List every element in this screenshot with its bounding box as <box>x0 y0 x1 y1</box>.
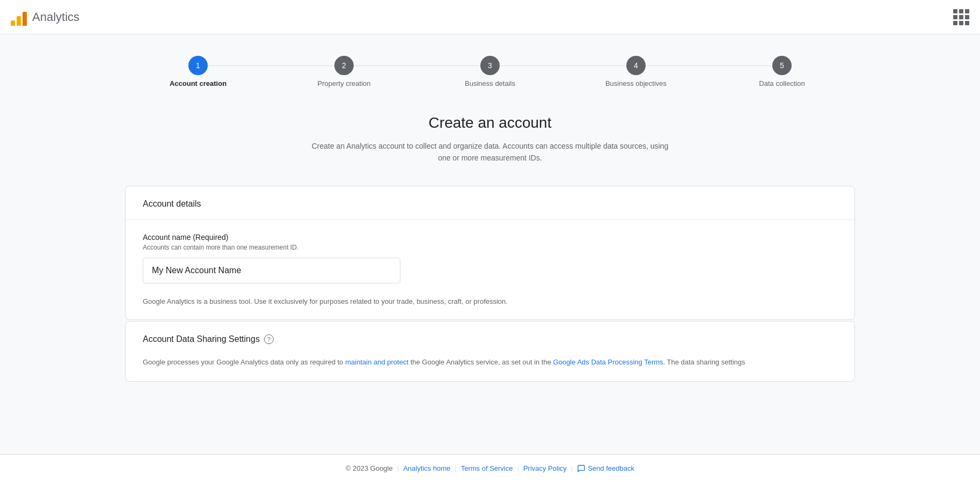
header-title: Analytics <box>32 10 79 24</box>
account-details-header: Account details <box>126 186 854 220</box>
account-details-title: Account details <box>143 199 837 209</box>
account-name-label: Account name (Required) <box>143 233 837 242</box>
data-sharing-title: Account Data Sharing Settings <box>143 334 260 344</box>
footer-sep-4: | <box>571 464 573 472</box>
apps-dot <box>953 15 957 19</box>
stepper: 1 Account creation 2 Property creation 3… <box>125 56 855 87</box>
send-feedback-label: Send feedback <box>588 464 634 472</box>
apps-dot <box>959 21 963 25</box>
step-label-4: Business objectives <box>605 79 667 87</box>
step-circle-3: 3 <box>480 56 500 75</box>
logo-bar-3 <box>23 12 27 26</box>
step-1: 1 Account creation <box>125 56 271 87</box>
analytics-logo <box>11 9 27 26</box>
account-name-input[interactable] <box>143 258 400 283</box>
help-icon[interactable]: ? <box>264 334 274 344</box>
google-ads-terms-link[interactable]: Google Ads Data Processing Terms <box>553 358 663 366</box>
apps-dot <box>965 9 969 13</box>
data-sharing-text-middle: the Google Analytics service, as set out… <box>408 358 553 366</box>
step-label-1: Account creation <box>170 79 226 87</box>
apps-dot <box>953 21 957 25</box>
step-4: 4 Business objectives <box>563 56 709 87</box>
apps-dot <box>965 15 969 19</box>
apps-dot <box>965 21 969 25</box>
step-label-5: Data collection <box>759 79 805 87</box>
main-content: 1 Account creation 2 Property creation 3… <box>114 34 866 426</box>
data-sharing-header: Account Data Sharing Settings ? <box>126 322 854 357</box>
analytics-home-link[interactable]: Analytics home <box>403 464 450 472</box>
account-name-hint: Accounts can contain more than one measu… <box>143 244 837 251</box>
page-heading: Create an account Create an Analytics ac… <box>125 114 855 164</box>
header: Analytics <box>0 0 980 34</box>
data-sharing-card: Account Data Sharing Settings ? Google p… <box>125 321 855 382</box>
step-label-2: Property creation <box>318 79 371 87</box>
feedback-icon <box>577 464 586 473</box>
step-2: 2 Property creation <box>271 56 417 87</box>
data-sharing-text-end: . The data sharing settings <box>663 358 745 366</box>
footer: © 2023 Google | Analytics home | Terms o… <box>0 454 980 482</box>
account-details-card: Account details Account name (Required) … <box>125 186 855 320</box>
step-circle-2: 2 <box>334 56 354 75</box>
apps-dot <box>953 9 957 13</box>
privacy-link[interactable]: Privacy Policy <box>523 464 567 472</box>
logo-bar-1 <box>11 20 15 26</box>
page-description: Create an Analytics account to collect a… <box>308 140 672 164</box>
footer-sep-2: | <box>455 464 456 472</box>
data-sharing-body: Google processes your Google Analytics d… <box>126 357 854 381</box>
step-label-3: Business details <box>465 79 515 87</box>
step-circle-4: 4 <box>626 56 646 75</box>
business-notice: Google Analytics is a business tool. Use… <box>143 296 837 307</box>
terms-link[interactable]: Terms of Service <box>461 464 513 472</box>
step-circle-5: 5 <box>772 56 792 75</box>
account-details-body: Account name (Required) Accounts can con… <box>126 220 854 320</box>
apps-dot <box>959 9 963 13</box>
logo-bar-2 <box>17 16 21 26</box>
header-left: Analytics <box>11 9 79 26</box>
footer-sep-1: | <box>397 464 399 472</box>
step-5: 5 Data collection <box>709 56 855 87</box>
step-3: 3 Business details <box>417 56 563 87</box>
maintain-protect-link[interactable]: maintain and protect <box>345 358 408 366</box>
send-feedback-link[interactable]: Send feedback <box>577 464 634 473</box>
apps-dot <box>959 15 963 19</box>
apps-icon[interactable] <box>953 9 969 25</box>
data-sharing-text-start: Google processes your Google Analytics d… <box>143 358 345 366</box>
step-circle-1: 1 <box>188 56 208 75</box>
copyright: © 2023 Google <box>346 464 393 472</box>
page-title: Create an account <box>125 114 855 132</box>
footer-sep-3: | <box>517 464 518 472</box>
